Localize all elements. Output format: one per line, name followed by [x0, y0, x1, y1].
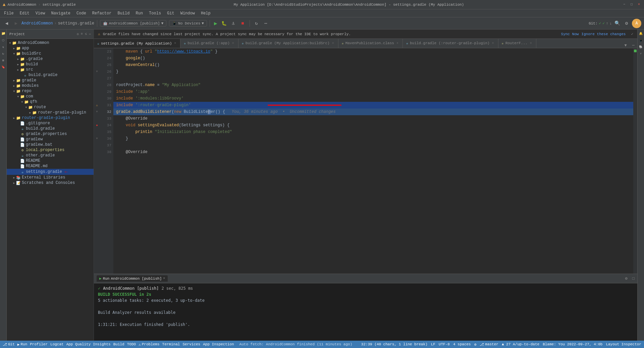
forward-button[interactable]: ▶	[12, 19, 20, 27]
sidebar-collapse-icon[interactable]: ≤	[85, 32, 87, 36]
tab-build-gradle-router[interactable]: ☕ build.gradle (:router-gradle-plugin) ×	[403, 39, 498, 48]
project-icon[interactable]: 📁	[1, 31, 6, 36]
status-appquality-item[interactable]: App Quality Insights	[66, 342, 111, 346]
notif-close-icon[interactable]: ✓	[631, 32, 633, 36]
tree-item-readme-md[interactable]: ▶ 📄 README.md	[7, 163, 94, 169]
tab-settings-gradle[interactable]: ☕ settings.gradle (My Application) ×	[94, 39, 180, 48]
tree-item-readme[interactable]: ▶ 📄 README	[7, 158, 94, 163]
tree-item-external-libs[interactable]: ▶ 📚 External Libraries	[7, 175, 94, 180]
menu-navigate[interactable]: Navigate	[48, 10, 73, 16]
status-layout-inspector[interactable]: Layout Inspector	[606, 342, 641, 346]
run-tab-close-icon[interactable]: ×	[163, 277, 165, 280]
breakpoint-34[interactable]: ●	[96, 124, 98, 127]
menu-run[interactable]: Run	[133, 10, 146, 16]
tree-item-repo[interactable]: ▼ 📁 repo	[7, 88, 94, 94]
search-button[interactable]: 🔍	[613, 19, 621, 27]
menu-git[interactable]: Git	[164, 10, 177, 16]
menu-window[interactable]: Window	[178, 10, 198, 16]
tree-item-route[interactable]: ▼ 📁 route	[7, 105, 94, 110]
stop-button[interactable]: ■	[239, 19, 247, 27]
tree-item-other-gradle[interactable]: ▶ ☕ other.gradle	[7, 153, 94, 158]
fold-26[interactable]: ▼	[96, 70, 98, 73]
tree-item-gradle-properties[interactable]: ▶ ⚙ gradle.properties	[7, 131, 94, 137]
tree-item-router-gradle-plugin[interactable]: ▶ 📁 router-gradle-plugin	[7, 115, 94, 121]
attach-button[interactable]: ⚓	[229, 19, 237, 27]
tab-close-settings[interactable]: ×	[173, 41, 177, 46]
status-run-item[interactable]: ▶ Run	[17, 342, 27, 347]
tab-build-gradle-buildsrc[interactable]: ☕ build.gradle (My Application:buildSrc)…	[238, 39, 338, 48]
menu-view[interactable]: View	[33, 10, 48, 16]
tab-maven-publication[interactable]: ☕ MavenPublication.class ×	[338, 39, 403, 48]
status-build-item[interactable]: Build	[113, 342, 124, 346]
tree-item-build-gradle-buildsrc[interactable]: ▶ ☕ build.gradle	[7, 72, 94, 78]
status-git-item[interactable]: ⎇ Git	[3, 342, 15, 347]
breadcrumb-file[interactable]: settings.gradle	[58, 21, 94, 26]
code-content[interactable]: maven { url "https://www.jitpack.io" } g…	[113, 48, 633, 274]
sidebar-scope-icon[interactable]: ⊙	[77, 32, 79, 36]
status-lf[interactable]: LF	[431, 342, 435, 346]
tree-item-router-gradle-sub[interactable]: ▶ 📁 router-gradle-plugin	[7, 110, 94, 115]
tab-close-maven[interactable]: ×	[396, 41, 399, 46]
status-encoding[interactable]: UTF-8	[439, 342, 450, 346]
sync-button[interactable]: ↻	[253, 19, 261, 27]
breadcrumb-project[interactable]: AndroidCommon	[21, 21, 53, 26]
tab-more-icon[interactable]: ⋯	[630, 43, 637, 48]
settings-button[interactable]: ⚙	[623, 19, 631, 27]
tree-item-app[interactable]: ▶ 📁 app	[7, 46, 94, 51]
tab-close-router[interactable]: ×	[491, 41, 495, 46]
user-avatar[interactable]: A	[632, 19, 641, 28]
tree-item-build-gradle-root[interactable]: ▶ ☕ build.gradle	[7, 126, 94, 131]
status-logcat-item[interactable]: Logcat	[50, 342, 64, 346]
build-variants-icon[interactable]: ⚡	[638, 51, 644, 56]
tab-close-routerf[interactable]: ×	[529, 41, 533, 46]
run-tab[interactable]: ▶ Run AndroidCommon [publish] ×	[97, 275, 168, 282]
tree-item-buildsrc[interactable]: ▼ 📁 buildSrc	[7, 51, 94, 56]
tree-item-gradlew-bat[interactable]: ▶ 📄 gradlew.bat	[7, 142, 94, 147]
run-settings-icon[interactable]: ⚙	[625, 276, 628, 281]
tab-overflow-icon[interactable]: ▼	[622, 43, 630, 48]
ignore-changes-link[interactable]: Ignore these changes	[581, 32, 626, 36]
sidebar-dots-icon[interactable]: ⋯	[89, 32, 91, 36]
tree-item-settings-gradle[interactable]: ▶ ☕ settings.gradle ←	[7, 169, 94, 175]
tab-close-build-app[interactable]: ×	[231, 41, 235, 46]
commit-icon[interactable]: ⬡	[1, 38, 6, 43]
right-scrollbar[interactable]	[633, 48, 637, 274]
menu-help[interactable]: Help	[198, 10, 213, 16]
gradle-panel-icon[interactable]: 🐘	[638, 44, 644, 50]
status-services-item[interactable]: Services	[182, 342, 200, 346]
pullreq-icon[interactable]: ⇅	[1, 44, 6, 50]
device-selector[interactable]: 📱 No Devices ▼	[169, 20, 207, 26]
structure-icon[interactable]: ⊞	[1, 58, 6, 63]
run-maximize-icon[interactable]: □	[632, 276, 635, 281]
sidebar-tree-icon[interactable]: ≡	[81, 32, 83, 36]
tree-item-androidcommon[interactable]: ▼ 📁 AndroidCommon	[7, 40, 94, 46]
tab-build-gradle-app[interactable]: ☕ build.gradle (:app) ×	[180, 39, 238, 48]
sync-activity-icon[interactable]: ↻	[1, 51, 6, 56]
device-manager-icon[interactable]: 📱	[638, 38, 644, 43]
tree-item-scratches[interactable]: ▶ 📝 Scratches and Consoles	[7, 180, 94, 186]
menu-file[interactable]: File	[1, 10, 16, 16]
tree-item-gitignore[interactable]: ▶ 📄 .gitignore	[7, 121, 94, 126]
status-branch[interactable]: ⎇ master	[480, 342, 498, 347]
status-gear[interactable]: ⚙	[474, 342, 477, 347]
status-position[interactable]: 32:39 (40 chars, 1 line break)	[361, 342, 428, 346]
status-todo-item[interactable]: TODO	[127, 342, 136, 346]
tree-item-gradlew[interactable]: ▶ 📄 gradlew	[7, 137, 94, 142]
tab-close-build-buildsrc[interactable]: ×	[331, 41, 335, 46]
tree-item-modules[interactable]: ▶ 📁 modules	[7, 83, 94, 88]
more-button[interactable]: ⋯	[262, 19, 270, 27]
run-config-selector[interactable]: 🤖 AndroidCommon [publish] ▼	[100, 20, 166, 26]
fold-36[interactable]: ▼	[96, 137, 98, 140]
back-button[interactable]: ◀	[3, 19, 11, 27]
status-problems-item[interactable]: ⚠ Problems	[139, 342, 159, 347]
status-indent[interactable]: 4 spaces	[453, 342, 471, 346]
status-sync[interactable]: ▲ 27 A/up-to-date	[502, 342, 539, 346]
notifications-icon[interactable]: 🔔	[638, 31, 644, 36]
minimize-button[interactable]: −	[622, 2, 627, 7]
tree-item-gradle[interactable]: ▶ 📁 gradle	[7, 78, 94, 83]
debug-button[interactable]: 🐛	[220, 19, 228, 27]
menu-build[interactable]: Build	[115, 10, 132, 16]
menu-code[interactable]: Code	[74, 10, 89, 16]
tree-item-qfh[interactable]: ▼ 📁 qfh	[7, 99, 94, 105]
menu-refactor[interactable]: Refactor	[90, 10, 114, 16]
